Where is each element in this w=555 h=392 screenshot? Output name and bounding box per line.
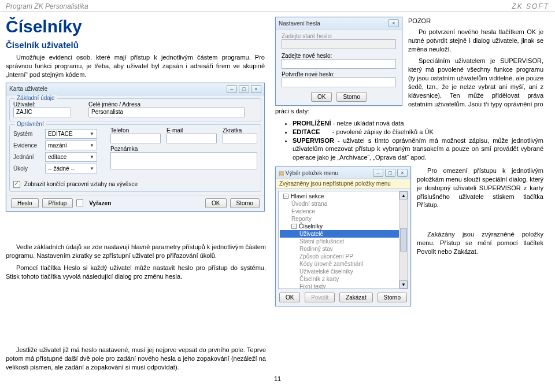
tel-field[interactable] <box>110 134 161 143</box>
tree-item[interactable]: Způsob ukončení PP <box>280 253 406 260</box>
tree-label: Číselníky <box>299 223 323 230</box>
system-label: Systém <box>13 131 45 137</box>
ukoly-label: Úkoly <box>13 165 45 172</box>
new-pass-field[interactable] <box>282 59 396 69</box>
note-label: Poznámka <box>110 146 257 152</box>
tree-item[interactable]: Uživatelské číselníky <box>280 268 406 275</box>
show-ending-checkbox[interactable] <box>13 181 20 188</box>
zkratka-field[interactable] <box>223 134 257 143</box>
left-para-2: Pomocí tlačítka Heslo si každý uživatel … <box>6 264 266 281</box>
tree-item[interactable]: –Číselníky <box>280 223 406 230</box>
old-pass-field[interactable] <box>282 39 396 49</box>
dialog-titlebar: Karta uživatele – □ × <box>6 83 264 95</box>
zkratka-label: Zkratka <box>223 127 257 134</box>
section-title: Číselník uživatelů <box>6 40 265 50</box>
tree-label: Uživatelé <box>299 231 323 237</box>
book-icon: ▤ <box>279 170 286 176</box>
maximize-icon[interactable]: □ <box>385 169 395 177</box>
minimize-icon[interactable]: – <box>373 169 383 177</box>
evid-combo[interactable]: mazání▼ <box>45 140 97 150</box>
email-field[interactable] <box>166 134 217 143</box>
user-card-dialog: Karta uživatele – □ × Základní údaje Uži… <box>6 83 265 212</box>
vyrazen-checkbox[interactable] <box>76 199 83 206</box>
email-label: E-mail <box>166 127 217 134</box>
pozor-text-1: Po potvrzení nového hesla tlačítkem OK j… <box>408 28 543 54</box>
dialog-titlebar: ▤ Výběr položek menu – □ × <box>276 167 410 179</box>
chevron-down-icon: ▼ <box>90 166 94 171</box>
povolit-button[interactable]: Povolit <box>305 293 335 302</box>
heslo-button[interactable]: Heslo <box>11 198 39 208</box>
perm-name: PROHLÍŽENÍ <box>293 120 331 127</box>
tree-item[interactable]: Reporty <box>280 215 406 223</box>
system-combo[interactable]: EDITACE▼ <box>45 129 97 139</box>
tree-item[interactable]: Státní příslušnost <box>280 238 406 245</box>
dialog-titlebar: Nastavení hesla × <box>276 17 402 29</box>
dialog-title: Výběr položek menu <box>286 170 338 176</box>
ukoly-combo[interactable]: -- žádné --▼ <box>45 164 97 173</box>
name-label: Celé jméno / Adresa <box>88 101 257 108</box>
zakazat-button[interactable]: Zakázat <box>339 293 373 302</box>
collapse-icon[interactable]: – <box>291 224 297 229</box>
cancel-button[interactable]: Storno <box>378 293 407 302</box>
tree-label: Číselník z karty <box>299 276 339 282</box>
program-name: Program ZK Personalistika <box>6 2 88 10</box>
chevron-down-icon: ▼ <box>90 143 94 148</box>
combo-value: mazání <box>48 142 67 149</box>
tree-label: Úvodní strana <box>291 201 327 207</box>
user-label: Uživatel: <box>13 101 71 108</box>
close-icon[interactable]: × <box>251 85 261 93</box>
tree-item[interactable]: Rodinný stav <box>280 245 406 253</box>
password-dialog: Nastavení hesla × Zadejte staré heslo: Z… <box>275 17 402 106</box>
combo-value: -- žádné -- <box>48 165 75 172</box>
dialog-title: Karta uživatele <box>9 86 47 92</box>
collapse-icon[interactable]: – <box>283 194 288 199</box>
tree-item[interactable]: Kódy úrovně zaměstnání <box>280 260 406 268</box>
ok-button[interactable]: OK <box>279 293 300 302</box>
cancel-button[interactable]: Storno <box>336 92 366 102</box>
tree-item-selected[interactable]: Uživatelé <box>280 230 406 238</box>
note-field[interactable] <box>110 152 257 169</box>
user-field[interactable]: ZAJIC <box>13 108 71 117</box>
page-header: Program ZK Personalistika ZK SOFT <box>0 0 555 12</box>
confirm-pass-label: Potvrďte nové heslo: <box>282 71 396 77</box>
pristup-button[interactable]: Přístup <box>42 198 73 208</box>
bottom-para: Jestliže uživatel již má heslo nastavené… <box>6 346 266 372</box>
tree-item[interactable]: Číselník z karty <box>280 275 406 283</box>
scroll-up-icon[interactable]: ▲ <box>399 191 408 199</box>
tree-label: Uživatelské číselníky <box>299 268 353 275</box>
pozor-text-2: Speciálním uživatelem je SUPERVISOR, kte… <box>408 57 543 108</box>
brand-name: ZK SOFT <box>512 2 549 10</box>
perm-name: EDITACE <box>293 128 320 135</box>
basic-group: Základní údaje Uživatel: ZAJIC Celé jmén… <box>9 98 261 121</box>
close-icon[interactable]: × <box>388 19 399 27</box>
perm-desc: - povolené zápisy do číselníků a ÚK <box>320 128 433 135</box>
scrollbar[interactable]: ▲ ▼ <box>399 191 408 289</box>
tree-label: Evidence <box>291 208 315 215</box>
scroll-thumb[interactable] <box>400 228 407 252</box>
ok-button[interactable]: OK <box>311 92 332 102</box>
scroll-down-icon[interactable]: ▼ <box>399 280 408 289</box>
maximize-icon[interactable]: □ <box>239 85 249 93</box>
menu-select-dialog: ▤ Výběr položek menu – □ × Zvýrazněny js… <box>275 167 411 306</box>
tree-item[interactable]: Evidence <box>280 208 406 215</box>
jedn-combo[interactable]: editace▼ <box>45 152 97 162</box>
tree-item[interactable]: Fixní texty <box>280 283 406 289</box>
checkbox-label: Zobrazit končící pracovní vztahy na vývě… <box>24 181 138 187</box>
left-para-1: Vedle základních údajů se zde nastavují … <box>6 243 266 260</box>
list-item: SUPERVISOR - uživatel s tímto oprávněním… <box>293 136 543 162</box>
tree-label: Způsob ukončení PP <box>299 253 353 260</box>
menu-tree[interactable]: –Hlavní sekce Úvodní strana Evidence Rep… <box>278 191 408 289</box>
confirm-pass-field[interactable] <box>282 77 396 87</box>
tree-label: Státní příslušnost <box>299 238 344 245</box>
tree-root[interactable]: –Hlavní sekce <box>280 193 406 200</box>
tree-label: Fixní texty <box>299 283 326 289</box>
minimize-icon[interactable]: – <box>227 85 237 93</box>
name-field[interactable]: Personalista <box>88 108 245 117</box>
tree-item[interactable]: Úvodní strana <box>280 200 406 208</box>
cancel-button[interactable]: Storno <box>230 198 260 208</box>
combo-value: EDITACE <box>48 131 73 137</box>
close-icon[interactable]: × <box>397 169 408 177</box>
ok-button[interactable]: OK <box>205 198 226 208</box>
intro-text: Umožňuje evidenci osob, které mají příst… <box>6 53 265 79</box>
group-title: Oprávnění <box>14 121 46 127</box>
